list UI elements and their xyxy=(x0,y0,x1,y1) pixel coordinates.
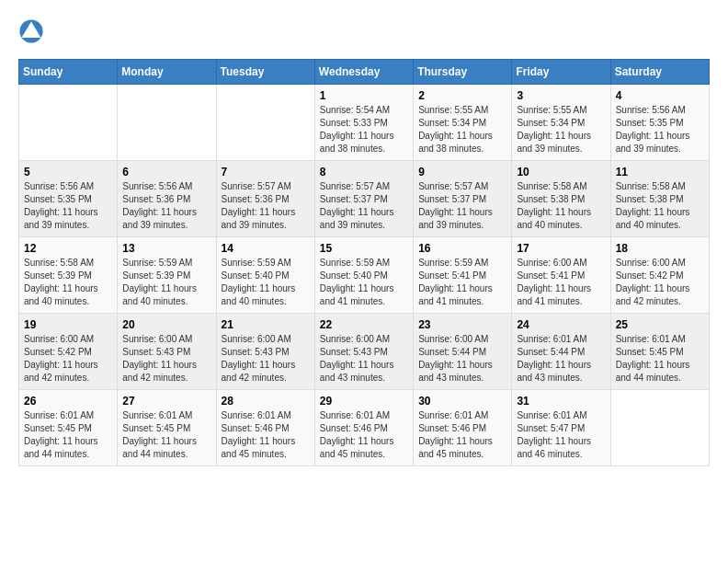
calendar-cell: 29Sunrise: 6:01 AMSunset: 5:46 PMDayligh… xyxy=(314,390,413,466)
day-number: 25 xyxy=(616,318,704,331)
day-info: Sunrise: 6:01 AMSunset: 5:46 PMDaylight:… xyxy=(418,409,506,461)
day-number: 28 xyxy=(222,395,310,408)
day-number: 12 xyxy=(24,242,112,255)
logo xyxy=(18,18,48,44)
day-info: Sunrise: 5:58 AMSunset: 5:38 PMDaylight:… xyxy=(517,180,605,232)
day-info: Sunrise: 6:01 AMSunset: 5:45 PMDaylight:… xyxy=(122,409,210,461)
calendar-cell: 5Sunrise: 5:56 AMSunset: 5:35 PMDaylight… xyxy=(19,161,118,237)
day-number: 14 xyxy=(222,242,310,255)
day-info: Sunrise: 5:58 AMSunset: 5:38 PMDaylight:… xyxy=(616,180,704,232)
calendar-cell xyxy=(216,85,314,161)
day-info: Sunrise: 6:01 AMSunset: 5:44 PMDaylight:… xyxy=(517,333,605,385)
calendar-cell: 7Sunrise: 5:57 AMSunset: 5:36 PMDaylight… xyxy=(216,161,314,237)
day-info: Sunrise: 5:56 AMSunset: 5:35 PMDaylight:… xyxy=(24,180,112,232)
day-info: Sunrise: 5:59 AMSunset: 5:40 PMDaylight:… xyxy=(222,257,310,308)
calendar-week-row: 1Sunrise: 5:54 AMSunset: 5:33 PMDaylight… xyxy=(19,85,710,161)
calendar-cell: 13Sunrise: 5:59 AMSunset: 5:39 PMDayligh… xyxy=(118,237,216,314)
calendar-week-row: 5Sunrise: 5:56 AMSunset: 5:35 PMDaylight… xyxy=(19,161,710,237)
day-info: Sunrise: 5:59 AMSunset: 5:40 PMDaylight:… xyxy=(320,257,408,308)
calendar-cell: 20Sunrise: 6:00 AMSunset: 5:43 PMDayligh… xyxy=(118,314,216,390)
day-number: 13 xyxy=(122,242,210,255)
day-info: Sunrise: 5:54 AMSunset: 5:33 PMDaylight:… xyxy=(320,104,408,155)
calendar-cell: 22Sunrise: 6:00 AMSunset: 5:43 PMDayligh… xyxy=(314,314,413,390)
day-number: 3 xyxy=(517,89,605,102)
calendar-week-row: 12Sunrise: 5:58 AMSunset: 5:39 PMDayligh… xyxy=(19,237,710,314)
calendar-cell: 31Sunrise: 6:01 AMSunset: 5:47 PMDayligh… xyxy=(512,390,610,466)
calendar-cell: 27Sunrise: 6:01 AMSunset: 5:45 PMDayligh… xyxy=(118,390,216,466)
day-info: Sunrise: 6:00 AMSunset: 5:42 PMDaylight:… xyxy=(24,333,112,385)
day-info: Sunrise: 6:01 AMSunset: 5:45 PMDaylight:… xyxy=(24,409,112,461)
calendar-week-row: 19Sunrise: 6:00 AMSunset: 5:42 PMDayligh… xyxy=(19,314,710,390)
day-number: 7 xyxy=(222,166,310,178)
day-number: 23 xyxy=(418,318,506,331)
day-number: 5 xyxy=(24,166,112,178)
day-number: 24 xyxy=(517,318,605,331)
day-info: Sunrise: 5:55 AMSunset: 5:34 PMDaylight:… xyxy=(418,104,506,155)
logo-icon xyxy=(18,18,44,44)
calendar-cell: 14Sunrise: 5:59 AMSunset: 5:40 PMDayligh… xyxy=(216,237,314,314)
calendar-cell: 24Sunrise: 6:01 AMSunset: 5:44 PMDayligh… xyxy=(512,314,610,390)
day-header-tuesday: Tuesday xyxy=(216,60,314,85)
day-header-wednesday: Wednesday xyxy=(314,60,413,85)
day-header-monday: Monday xyxy=(118,60,216,85)
day-info: Sunrise: 6:01 AMSunset: 5:47 PMDaylight:… xyxy=(517,409,605,461)
day-info: Sunrise: 6:00 AMSunset: 5:42 PMDaylight:… xyxy=(616,257,704,308)
day-number: 10 xyxy=(517,166,605,178)
calendar-cell: 26Sunrise: 6:01 AMSunset: 5:45 PMDayligh… xyxy=(19,390,118,466)
page-header xyxy=(18,18,710,44)
day-header-saturday: Saturday xyxy=(610,60,709,85)
calendar-cell: 23Sunrise: 6:00 AMSunset: 5:44 PMDayligh… xyxy=(414,314,512,390)
calendar-week-row: 26Sunrise: 6:01 AMSunset: 5:45 PMDayligh… xyxy=(19,390,710,466)
calendar-cell: 28Sunrise: 6:01 AMSunset: 5:46 PMDayligh… xyxy=(216,390,314,466)
day-number: 19 xyxy=(24,318,112,331)
svg-rect-2 xyxy=(28,32,35,38)
calendar-cell: 15Sunrise: 5:59 AMSunset: 5:40 PMDayligh… xyxy=(314,237,413,314)
calendar-cell: 19Sunrise: 6:00 AMSunset: 5:42 PMDayligh… xyxy=(19,314,118,390)
calendar-cell: 1Sunrise: 5:54 AMSunset: 5:33 PMDaylight… xyxy=(314,85,413,161)
calendar-cell: 6Sunrise: 5:56 AMSunset: 5:36 PMDaylight… xyxy=(118,161,216,237)
day-number: 20 xyxy=(122,318,210,331)
day-info: Sunrise: 5:58 AMSunset: 5:39 PMDaylight:… xyxy=(24,257,112,308)
calendar-cell: 11Sunrise: 5:58 AMSunset: 5:38 PMDayligh… xyxy=(610,161,709,237)
day-info: Sunrise: 6:01 AMSunset: 5:45 PMDaylight:… xyxy=(616,333,704,385)
day-number: 17 xyxy=(517,242,605,255)
day-info: Sunrise: 5:56 AMSunset: 5:35 PMDaylight:… xyxy=(616,104,704,155)
day-number: 26 xyxy=(24,395,112,408)
day-info: Sunrise: 6:00 AMSunset: 5:43 PMDaylight:… xyxy=(222,333,310,385)
calendar-cell: 25Sunrise: 6:01 AMSunset: 5:45 PMDayligh… xyxy=(610,314,709,390)
calendar-header-row: SundayMondayTuesdayWednesdayThursdayFrid… xyxy=(19,60,710,85)
day-number: 21 xyxy=(222,318,310,331)
day-number: 6 xyxy=(122,166,210,178)
day-number: 22 xyxy=(320,318,408,331)
calendar-cell: 4Sunrise: 5:56 AMSunset: 5:35 PMDaylight… xyxy=(610,85,709,161)
calendar-cell xyxy=(610,390,709,466)
calendar-cell xyxy=(118,85,216,161)
day-number: 16 xyxy=(418,242,506,255)
calendar-cell: 10Sunrise: 5:58 AMSunset: 5:38 PMDayligh… xyxy=(512,161,610,237)
calendar-cell: 30Sunrise: 6:01 AMSunset: 5:46 PMDayligh… xyxy=(414,390,512,466)
calendar-cell: 12Sunrise: 5:58 AMSunset: 5:39 PMDayligh… xyxy=(19,237,118,314)
calendar-cell: 21Sunrise: 6:00 AMSunset: 5:43 PMDayligh… xyxy=(216,314,314,390)
day-header-sunday: Sunday xyxy=(19,60,118,85)
day-number: 31 xyxy=(517,395,605,408)
calendar-cell: 18Sunrise: 6:00 AMSunset: 5:42 PMDayligh… xyxy=(610,237,709,314)
day-info: Sunrise: 6:00 AMSunset: 5:44 PMDaylight:… xyxy=(418,333,506,385)
day-info: Sunrise: 5:57 AMSunset: 5:37 PMDaylight:… xyxy=(320,180,408,232)
day-number: 18 xyxy=(616,242,704,255)
day-info: Sunrise: 6:00 AMSunset: 5:43 PMDaylight:… xyxy=(122,333,210,385)
calendar-cell: 3Sunrise: 5:55 AMSunset: 5:34 PMDaylight… xyxy=(512,85,610,161)
day-number: 15 xyxy=(320,242,408,255)
day-header-thursday: Thursday xyxy=(414,60,512,85)
day-header-friday: Friday xyxy=(512,60,610,85)
day-number: 29 xyxy=(320,395,408,408)
calendar-cell: 16Sunrise: 5:59 AMSunset: 5:41 PMDayligh… xyxy=(414,237,512,314)
day-number: 2 xyxy=(418,89,506,102)
calendar-cell: 2Sunrise: 5:55 AMSunset: 5:34 PMDaylight… xyxy=(414,85,512,161)
day-info: Sunrise: 6:01 AMSunset: 5:46 PMDaylight:… xyxy=(222,409,310,461)
calendar-cell: 8Sunrise: 5:57 AMSunset: 5:37 PMDaylight… xyxy=(314,161,413,237)
day-info: Sunrise: 5:57 AMSunset: 5:37 PMDaylight:… xyxy=(418,180,506,232)
day-number: 30 xyxy=(418,395,506,408)
day-number: 4 xyxy=(616,89,704,102)
day-number: 11 xyxy=(616,166,704,178)
day-number: 8 xyxy=(320,166,408,178)
